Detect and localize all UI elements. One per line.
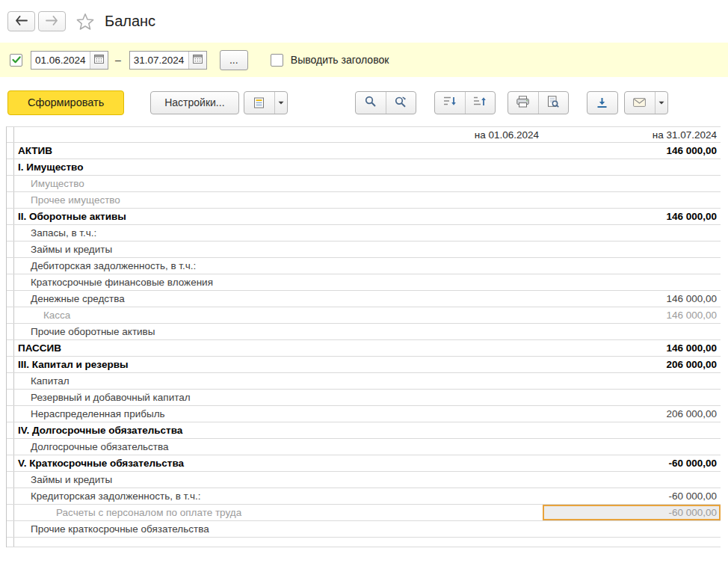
- value-cell-period2[interactable]: 146 000,00: [543, 293, 721, 304]
- print-preview-button[interactable]: [538, 92, 568, 114]
- favorite-star-icon[interactable]: [76, 13, 94, 30]
- forward-button[interactable]: [38, 11, 66, 31]
- row-selector-strip[interactable]: [7, 472, 14, 488]
- print-group: [508, 91, 569, 114]
- date-to-input[interactable]: [130, 52, 188, 69]
- date-range-separator: –: [115, 54, 121, 66]
- row-label-cell[interactable]: V. Краткосрочные обязательства: [14, 458, 365, 469]
- date-from-calendar-button[interactable]: [90, 52, 108, 69]
- more-options-button[interactable]: ...: [220, 50, 248, 70]
- row-selector-strip[interactable]: [7, 439, 14, 455]
- row-selector-strip: [7, 538, 14, 547]
- row-selector-strip[interactable]: [7, 521, 14, 537]
- row-selector-strip[interactable]: [7, 340, 14, 356]
- report-variants-button[interactable]: [244, 91, 288, 114]
- row-selector-strip[interactable]: [7, 258, 14, 274]
- row-selector-strip[interactable]: [7, 505, 14, 520]
- mail-dropdown-button[interactable]: [655, 92, 667, 114]
- row-selector-strip[interactable]: [7, 422, 14, 438]
- row-selector-strip[interactable]: [7, 307, 14, 323]
- row-label-cell[interactable]: АКТИВ: [14, 145, 365, 156]
- value-cell-period2[interactable]: 146 000,00: [543, 310, 721, 321]
- row-selector-strip[interactable]: [7, 143, 14, 159]
- row-label-cell[interactable]: Касса: [14, 310, 365, 321]
- value-cell-period2[interactable]: 146 000,00: [543, 211, 721, 222]
- date-from-input[interactable]: [31, 52, 90, 69]
- save-button[interactable]: [587, 91, 618, 114]
- row-selector-strip[interactable]: [7, 225, 14, 241]
- table-row: Прочие оборотные активы: [7, 324, 721, 340]
- row-label-cell[interactable]: Краткосрочные финансовые вложения: [14, 277, 365, 288]
- value-cell-period2-selected[interactable]: -60 000,00: [543, 505, 721, 520]
- row-selector-strip[interactable]: [7, 242, 14, 257]
- row-label-cell[interactable]: Имущество: [14, 178, 365, 189]
- row-label-cell[interactable]: Денежные средства: [14, 293, 365, 304]
- row-label-cell[interactable]: Запасы, в т.ч.:: [14, 227, 365, 239]
- row-label-cell[interactable]: Займы и кредиты: [14, 244, 365, 255]
- mail-button[interactable]: [624, 91, 668, 114]
- row-label-cell[interactable]: ПАССИВ: [14, 342, 365, 354]
- report-variants-dropdown[interactable]: [274, 92, 287, 114]
- row-label-cell[interactable]: I. Имущество: [14, 162, 365, 173]
- print-button[interactable]: [508, 92, 538, 114]
- value-cell-period2[interactable]: 146 000,00: [543, 145, 721, 156]
- show-header-checkbox[interactable]: [271, 54, 283, 67]
- row-label-cell[interactable]: Дебиторская задолженность, в т.ч.:: [14, 260, 365, 271]
- print-preview-icon: [547, 96, 559, 110]
- row-selector-strip[interactable]: [7, 159, 14, 175]
- search-button[interactable]: [356, 92, 386, 114]
- row-selector-strip[interactable]: [7, 176, 14, 191]
- row-label-cell[interactable]: Прочие краткосрочные обязательства: [14, 523, 365, 535]
- row-selector-strip[interactable]: [7, 192, 14, 208]
- row-selector-strip[interactable]: [7, 373, 14, 389]
- row-label-cell[interactable]: Прочие оборотные активы: [14, 326, 365, 337]
- row-label-cell[interactable]: IV. Долгосрочные обязательства: [14, 425, 365, 436]
- row-label-cell[interactable]: Расчеты с персоналом по оплате труда: [14, 507, 365, 518]
- settings-button[interactable]: Настройки...: [150, 91, 238, 114]
- row-selector-strip: [7, 127, 14, 142]
- row-label-cell[interactable]: II. Оборотные активы: [14, 211, 365, 222]
- value-cell-period2[interactable]: -60 000,00: [543, 458, 721, 469]
- row-selector-strip[interactable]: [7, 324, 14, 339]
- back-arrow-icon: [15, 16, 28, 28]
- table-row: Дебиторская задолженность, в т.ч.:: [7, 258, 721, 274]
- row-label-cell[interactable]: Кредиторская задолженность, в т.ч.:: [14, 490, 365, 502]
- row-label-cell[interactable]: Нераспределенная прибыль: [14, 408, 365, 419]
- generate-button[interactable]: Сформировать: [7, 90, 124, 115]
- table-row: III. Капитал и резервы206 000,00: [7, 357, 721, 373]
- row-selector-strip[interactable]: [7, 390, 14, 405]
- period-checkbox[interactable]: [10, 54, 22, 67]
- row-selector-strip[interactable]: [7, 357, 14, 372]
- table-row: IV. Долгосрочные обязательства: [7, 422, 721, 439]
- value-cell-period2[interactable]: -60 000,00: [543, 490, 721, 502]
- sort-descending-button[interactable]: [435, 92, 465, 114]
- calendar-icon: [193, 54, 203, 66]
- table-row-partial: [7, 538, 721, 547]
- search-group: [355, 91, 416, 114]
- row-selector-strip[interactable]: [7, 488, 14, 504]
- back-button[interactable]: [7, 11, 35, 31]
- table-row: Имущество: [7, 176, 721, 192]
- value-cell-period2[interactable]: 206 000,00: [543, 359, 721, 370]
- report-table: на 01.06.2024 на 31.07.2024 АКТИВ146 000…: [6, 126, 721, 547]
- row-selector-strip[interactable]: [7, 291, 14, 307]
- row-label-cell[interactable]: Прочее имущество: [14, 194, 365, 206]
- value-cell-period2[interactable]: 206 000,00: [543, 408, 721, 419]
- value-cell-period2[interactable]: 146 000,00: [543, 342, 721, 354]
- row-label-cell[interactable]: Займы и кредиты: [14, 474, 365, 485]
- row-label-cell[interactable]: III. Капитал и резервы: [14, 359, 365, 370]
- row-label-cell[interactable]: Капитал: [14, 375, 365, 387]
- printer-icon: [516, 96, 529, 110]
- row-selector-strip[interactable]: [7, 455, 14, 471]
- chevron-down-icon: [658, 101, 664, 105]
- report-variant-icon[interactable]: [244, 92, 274, 114]
- row-selector-strip[interactable]: [7, 274, 14, 290]
- table-row: Прочие краткосрочные обязательства: [7, 521, 721, 538]
- sort-ascending-button[interactable]: [465, 92, 495, 114]
- date-to-calendar-button[interactable]: [188, 52, 206, 69]
- find-next-button[interactable]: [386, 92, 416, 114]
- row-selector-strip[interactable]: [7, 406, 14, 422]
- row-label-cell[interactable]: Долгосрочные обязательства: [14, 441, 365, 452]
- row-label-cell[interactable]: Резервный и добавочный капитал: [14, 392, 365, 403]
- row-selector-strip[interactable]: [7, 209, 14, 224]
